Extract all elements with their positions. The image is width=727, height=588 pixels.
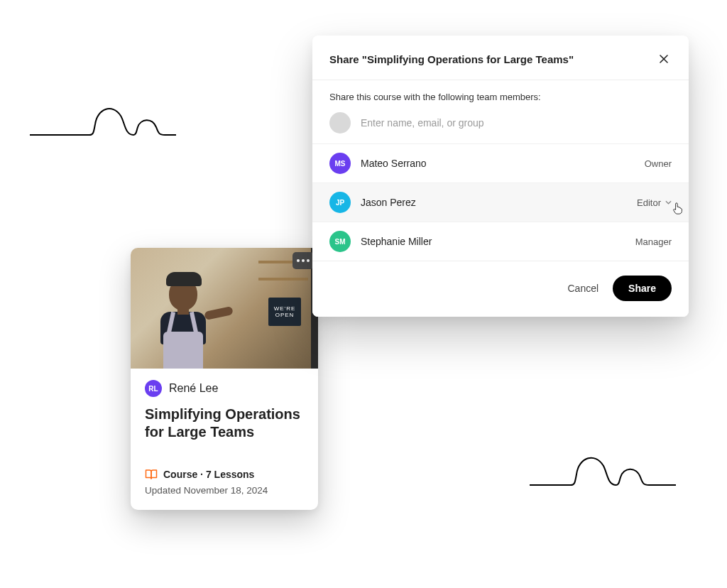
member-name: Jason Perez	[361, 197, 627, 208]
member-role[interactable]: Owner	[645, 158, 672, 169]
share-button[interactable]: Share	[613, 276, 672, 301]
course-card-image: WE'RE OPEN	[131, 248, 318, 369]
decorative-squiggle	[528, 446, 677, 496]
member-role-dropdown[interactable]: Editor	[637, 197, 672, 208]
member-name: Stephanie Miller	[361, 236, 625, 247]
placeholder-avatar	[329, 112, 351, 134]
decorative-squiggle	[28, 96, 177, 146]
member-avatar: SM	[329, 231, 351, 252]
dialog-title: Share "Simplifying Operations for Large …	[329, 53, 574, 65]
author-name: René Lee	[169, 382, 218, 395]
chevron-down-icon	[665, 200, 672, 205]
share-dialog: Share "Simplifying Operations for Large …	[312, 36, 689, 317]
cancel-button[interactable]: Cancel	[567, 283, 598, 294]
course-updated: Updated November 18, 2024	[145, 485, 304, 496]
member-avatar: MS	[329, 153, 351, 174]
open-sign: WE'RE OPEN	[268, 298, 301, 326]
close-icon	[659, 54, 669, 64]
add-member-input[interactable]	[361, 117, 672, 129]
course-author: RL René Lee	[145, 380, 304, 397]
author-avatar: RL	[145, 380, 162, 397]
member-row[interactable]: JP Jason Perez Editor	[312, 183, 689, 222]
add-member-row[interactable]	[312, 105, 689, 143]
member-name: Mateo Serrano	[361, 158, 635, 169]
member-row[interactable]: SM Stephanie Miller Manager	[312, 222, 689, 261]
dialog-subtitle: Share this course with the following tea…	[312, 80, 689, 105]
course-title: Simplifying Operations for Large Teams	[145, 405, 304, 441]
member-row[interactable]: MS Mateo Serrano Owner	[312, 143, 689, 183]
cursor-hand-icon	[672, 202, 683, 214]
member-avatar: JP	[329, 192, 351, 213]
close-button[interactable]	[656, 51, 672, 67]
book-open-icon	[145, 468, 158, 481]
course-meta-text: Course · 7 Lessons	[163, 469, 254, 480]
member-list: MS Mateo Serrano Owner JP Jason Perez Ed…	[312, 105, 689, 261]
card-more-button[interactable]	[293, 252, 314, 269]
course-card[interactable]: WE'RE OPEN RL René Lee Simplifying Opera…	[131, 248, 318, 510]
course-meta: Course · 7 Lessons	[145, 468, 304, 481]
member-role[interactable]: Manager	[635, 236, 672, 247]
